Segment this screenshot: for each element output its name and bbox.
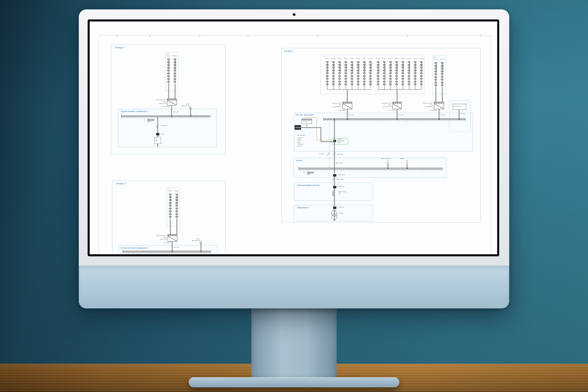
pv-module-icon	[345, 84, 347, 85]
string-label: String 5	[401, 58, 405, 59]
pv-module-icon	[169, 205, 171, 206]
module-note: 20 Module à 405 Wp	[403, 62, 404, 72]
cable-label: NYY-J 5x10	[173, 112, 178, 113]
module-note: 18 Module à 405 Wp	[436, 63, 437, 73]
pv-module-icon	[338, 78, 341, 79]
pv-module-icon	[332, 78, 335, 79]
pv-module-icon	[408, 75, 410, 77]
cable-label: NYY-J 5x16	[398, 114, 404, 116]
pv-module-icon	[357, 84, 359, 85]
string-drop	[364, 87, 365, 89]
inverter-label: Fronius	[156, 101, 166, 102]
string-label: String 2	[331, 58, 335, 59]
feed-label: Bezug	[192, 238, 199, 240]
pv-module-icon	[402, 81, 404, 82]
terminal-square	[149, 119, 151, 121]
pv-module-icon	[383, 84, 385, 85]
pv-module-icon	[435, 84, 437, 86]
pv-module-icon	[408, 81, 410, 82]
lasttrennschalter-label: Lasttrennschalter	[338, 174, 345, 175]
sheet-grid-tick	[150, 34, 150, 37]
pv-module-icon	[389, 78, 392, 79]
pv-module-icon	[174, 70, 176, 71]
string-label: String 7	[413, 58, 417, 59]
pv-module-icon	[332, 81, 335, 82]
cable-label: NYY-J 5x10	[173, 247, 179, 248]
trafostation-title: Trafostation	[297, 206, 309, 209]
pv-module-icon	[414, 72, 416, 74]
pv-module-icon	[377, 75, 379, 77]
inverter-dc-terminals	[168, 235, 177, 236]
pv-module-icon	[345, 75, 347, 77]
comm-wire	[303, 117, 317, 118]
busbar-end-tick	[123, 250, 123, 253]
cable-label: Leitung 5x16	[319, 153, 325, 155]
pv-module-icon	[441, 82, 443, 83]
cable-label: NYY-J 5x16	[440, 114, 446, 116]
junction-dot	[201, 251, 201, 252]
inverter-label: Symo GEN24 8.0	[423, 106, 433, 107]
string-label: String 8	[368, 58, 372, 59]
module-note: 17 Module à 405 Wp	[168, 60, 170, 69]
lasttrennschalter-icon[interactable]	[333, 174, 336, 177]
thick-wire	[295, 127, 321, 128]
busbar-hatch	[324, 120, 466, 122]
pv-module-icon	[402, 84, 404, 85]
module-note: 20 Module à 405 Wp	[409, 62, 410, 72]
anlage3-strings-box[interactable]	[167, 187, 180, 226]
pv-module-icon	[338, 75, 341, 77]
zv-gebaeude-a-box[interactable]	[118, 109, 217, 147]
string-dc-cable	[170, 219, 171, 234]
sls-label: SLS 3x35 A	[161, 125, 166, 126]
pv-module-icon	[169, 210, 171, 212]
string-drop	[327, 87, 328, 89]
pv-module-icon	[167, 70, 170, 71]
junction-dot	[387, 168, 388, 169]
string-label: String 7	[362, 58, 366, 59]
string-collector	[378, 89, 421, 90]
inverter-dc-label: DC-Freischalter	[338, 110, 345, 111]
inverter-dc-label: DC-Freischalter	[388, 110, 395, 111]
junction-dot	[172, 251, 173, 252]
module-note: 15 Module à 405 Wp	[170, 195, 171, 204]
zvc-busbar	[123, 251, 211, 253]
ct-label: RLM	[338, 193, 340, 194]
pv-module-icon	[167, 81, 170, 82]
pv-module-icon	[420, 81, 422, 82]
pv-module-icon	[395, 84, 398, 85]
anlage2-title: Anlage 2	[115, 46, 125, 49]
inverter-label: Wechselrichter WR 3.1	[156, 235, 167, 236]
string-dc-cable	[168, 84, 169, 99]
pv-module-icon	[176, 216, 178, 217]
anlage1-strings-box-2[interactable]	[432, 56, 446, 94]
panel-title: Dach 1	[166, 53, 170, 54]
meter-box-line: kWh	[155, 140, 157, 141]
sheet-grid-tick	[318, 34, 318, 37]
pv-module-icon	[363, 75, 365, 77]
pv-module-icon	[377, 81, 379, 82]
hh-fuse-icon[interactable]	[333, 207, 336, 209]
pv-module-icon	[357, 78, 359, 79]
pv-module-icon	[420, 72, 422, 74]
anlage2-strings-box[interactable]	[165, 52, 178, 91]
sheet-grid-tick	[481, 34, 481, 37]
nh-fuse-icon[interactable]	[333, 186, 336, 188]
pv-module-icon	[363, 72, 365, 74]
inverter-label: Fronius	[156, 237, 167, 238]
pv-module-icon	[167, 78, 170, 80]
string-drop	[340, 87, 340, 89]
pv-module-icon	[332, 72, 335, 74]
phase-legend-item: L2 braun	[297, 139, 301, 140]
pv-module-icon	[395, 75, 398, 77]
meter-icon[interactable]	[156, 133, 159, 135]
pv-module-icon	[377, 78, 379, 79]
panel-title: Dach 2	[434, 57, 437, 58]
comm-wire	[317, 117, 317, 140]
transformer-circle[interactable]	[331, 214, 337, 220]
pv-module-icon	[402, 75, 404, 77]
pv-module-icon	[395, 81, 398, 82]
pv-module-icon	[369, 84, 372, 85]
pv-module-icon	[389, 72, 392, 74]
busbar-end-tick	[298, 167, 299, 170]
inverter-label: Wechselrichter WR 2	[381, 103, 392, 104]
